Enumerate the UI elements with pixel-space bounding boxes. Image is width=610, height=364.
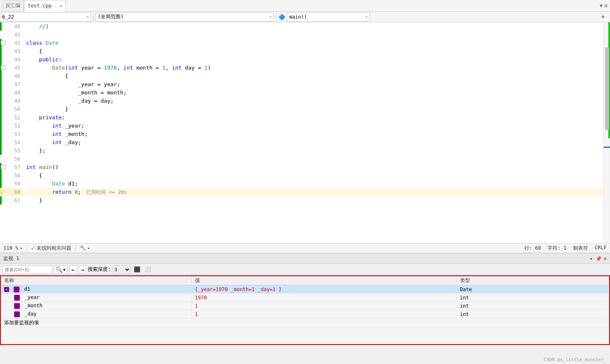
gutter-59: 59 xyxy=(0,180,23,188)
gutter-44: 44 xyxy=(0,55,23,64)
fold-57[interactable]: − xyxy=(1,165,5,169)
watch-nav-forward[interactable]: → xyxy=(79,265,86,274)
day-name-label: _day xyxy=(24,311,36,317)
watch-pin-btn[interactable]: ▾ 📌 xyxy=(590,256,602,262)
line-gutter: 40 41 − 42 43 44 − 45 46 xyxy=(0,22,23,243)
watch-icon-1[interactable]: ⬛ xyxy=(133,265,142,274)
tab-pin-icon[interactable]: ⎵ xyxy=(54,3,57,9)
watch-row-d1[interactable]: ▾ d1 {_year=1970 _month=1 _day=1 } Date xyxy=(1,285,609,294)
watch-add-label[interactable]: 添加要监视的项 xyxy=(1,318,609,328)
wrench-control[interactable]: 🔧 ▾ xyxy=(80,245,90,251)
watch-search-input[interactable] xyxy=(2,265,52,274)
gutter-55: 55 xyxy=(0,147,23,155)
watch-title: 监视 1 xyxy=(3,255,19,262)
code-line-42: class Date xyxy=(26,39,603,47)
watch-cell-day-value: 1 xyxy=(191,310,456,318)
wrench-dropdown-icon[interactable]: ▾ xyxy=(88,246,90,251)
gutter-40: 40 xyxy=(0,22,23,31)
d1-expand-icon[interactable]: ▾ xyxy=(4,287,9,292)
watch-search-icon[interactable]: 🔍▾ xyxy=(54,265,68,274)
scrollbar-thumb[interactable] xyxy=(605,47,609,130)
tab-bar: 反汇编 test.cpp ⎵ × ▼ ⚙ xyxy=(0,0,610,12)
zoom-control[interactable]: 110 % ▾ xyxy=(3,245,22,251)
year-type-label: int xyxy=(460,295,469,301)
watch-header: 监视 1 ▾ 📌 ✕ xyxy=(0,254,610,264)
status-bar: 110 % ▾ ✓ 未找到相关问题 🔧 ▾ 行: 60 字符: 1 制表符 CR… xyxy=(0,243,610,253)
status-sep-2 xyxy=(75,245,76,251)
toolbar-sep-1 xyxy=(93,13,94,21)
gutter-52: 52 xyxy=(0,122,23,130)
gutter-53: 53 xyxy=(0,130,23,138)
fold-42[interactable]: − xyxy=(1,41,5,45)
watch-add-row[interactable]: 添加要监视的项 xyxy=(1,318,609,328)
watch-cell-d1-name: ▾ d1 xyxy=(1,285,191,294)
code-line-55: }; xyxy=(26,147,603,155)
code-line-44: public: xyxy=(26,55,603,64)
month-type-icon xyxy=(14,303,20,309)
status-line: 行: 60 xyxy=(524,245,541,252)
gutter-49: 49 xyxy=(0,97,23,105)
watch-row-year[interactable]: _year 1970 int xyxy=(1,294,609,302)
gutter-58: 58 xyxy=(0,171,23,180)
day-type-label: int xyxy=(460,311,469,317)
code-line-48: _month = month; xyxy=(26,89,603,97)
code-line-47: _year = year; xyxy=(26,80,603,89)
editor-scrollbar[interactable] xyxy=(603,22,610,243)
tab-overflow-icon[interactable]: ▼ xyxy=(600,3,603,9)
code-line-58: { xyxy=(26,171,603,180)
tab-disassemble-label: 反汇编 xyxy=(5,2,20,9)
code-line-59: Date d1; xyxy=(26,180,603,188)
gutter-51: 51 xyxy=(0,113,23,122)
gutter-empty xyxy=(0,205,23,213)
status-format: 制表符 xyxy=(573,245,588,252)
d1-type-icon xyxy=(14,287,19,292)
add-toolbar-btn[interactable]: + xyxy=(598,12,608,22)
gutter-42: − 42 xyxy=(0,39,23,47)
status-check-text: 未找到相关问题 xyxy=(36,245,71,252)
gutter-61: 61 xyxy=(0,196,23,205)
zoom-dropdown-icon[interactable]: ▾ xyxy=(20,246,22,251)
code-line-43: { xyxy=(26,47,603,55)
d1-value-label: {_year=1970 _month=1 _day=1 } xyxy=(195,287,282,292)
function-dropdown[interactable]: main() ▾ xyxy=(287,12,370,22)
tab-close-icon[interactable]: × xyxy=(60,3,63,9)
month-type-label: int xyxy=(460,303,469,309)
scope-dropdown[interactable]: (全局范围) ▾ xyxy=(96,12,274,22)
gutter-57: − 57 xyxy=(0,163,23,171)
watch-toolbar: 🔍▾ ← → 搜索深度: 31245 ⬛ ⬜ xyxy=(0,264,610,275)
context-label: 6_22 xyxy=(2,14,14,20)
d1-name-label: d1 xyxy=(24,286,30,292)
tab-disassemble[interactable]: 反汇编 xyxy=(2,0,24,12)
code-line-52: int _year; xyxy=(26,122,603,130)
d1-type-label: Date xyxy=(460,287,472,292)
year-name-label: _year xyxy=(24,294,39,300)
editor-area: 40 41 − 42 43 44 − 45 46 xyxy=(0,22,610,243)
code-editor[interactable]: //} class Date { public: Date(int year =… xyxy=(23,22,603,243)
status-encoding: CRLF xyxy=(595,245,607,252)
year-value-label: 1970 xyxy=(195,295,207,301)
status-check: ✓ 未找到相关问题 xyxy=(31,245,71,252)
watch-table-header: 名称 值 类型 xyxy=(1,276,609,285)
col-name: 名称 xyxy=(1,276,191,285)
tab-settings-icon[interactable]: ⚙ xyxy=(604,2,608,9)
fold-45[interactable]: − xyxy=(1,65,5,70)
code-line-51: private: xyxy=(26,113,603,122)
code-line-53: int _month; xyxy=(26,130,603,138)
context-dropdown[interactable]: 6_22 ▾ xyxy=(0,12,91,22)
watch-depth-select[interactable]: 31245 xyxy=(113,265,131,274)
watch-row-day[interactable]: _day 1 int xyxy=(1,310,609,318)
watch-nav-back[interactable]: ← xyxy=(69,265,77,274)
watch-close-btn[interactable]: ✕ xyxy=(603,256,607,262)
watch-cell-year-type: int xyxy=(456,294,609,302)
watch-header-right: ▾ 📌 ✕ xyxy=(590,256,607,262)
watch-table: 名称 值 类型 ▾ d1 {_year=1970 _month=1 _day=1… xyxy=(0,275,610,345)
watch-cell-month-type: int xyxy=(456,302,609,310)
month-name-label: _month xyxy=(24,303,42,309)
zoom-value: 110 % xyxy=(3,245,18,251)
watch-icon-2[interactable]: ⬜ xyxy=(143,265,152,274)
code-line-41 xyxy=(26,31,603,39)
watch-row-month[interactable]: _month 1 int xyxy=(1,302,609,310)
code-line-46: { xyxy=(26,72,603,80)
current-line-arrow: ⇒ xyxy=(0,188,3,196)
tab-test-cpp[interactable]: test.cpp ⎵ × xyxy=(24,0,66,12)
